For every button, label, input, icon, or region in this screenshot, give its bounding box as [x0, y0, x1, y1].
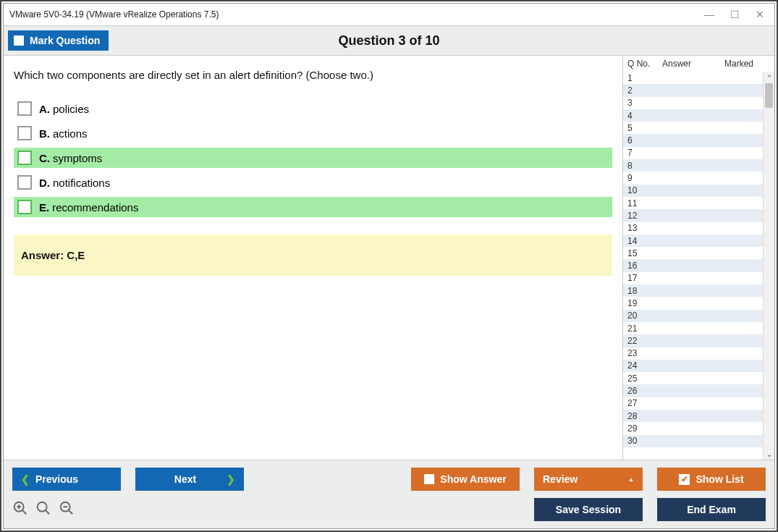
list-item[interactable]: 7 — [623, 147, 763, 159]
list-item[interactable]: 12 — [623, 209, 763, 221]
list-item[interactable]: 17 — [623, 272, 763, 284]
list-item[interactable]: 10 — [623, 185, 763, 197]
list-item[interactable]: 8 — [623, 159, 763, 172]
dropdown-triangle-icon: ▲ — [628, 476, 634, 483]
list-item[interactable]: 2 — [623, 84, 763, 96]
list-item-number: 21 — [627, 324, 662, 334]
save-session-button[interactable]: Save Session — [534, 498, 643, 521]
show-answer-checkbox-icon — [424, 474, 434, 484]
top-toolbar: Mark Question Question 3 of 10 — [4, 25, 774, 56]
list-item-number: 9 — [627, 173, 662, 183]
list-item-number: 8 — [627, 161, 662, 171]
body: Which two components are directly set in… — [4, 56, 774, 460]
option-row[interactable]: C.symptoms — [14, 148, 612, 168]
list-item[interactable]: 25 — [623, 372, 763, 384]
list-item[interactable]: 19 — [623, 297, 763, 309]
question-list[interactable]: 1234567891011121314151617181920212223242… — [623, 72, 763, 460]
option-letter: E. — [39, 201, 49, 214]
list-item-number: 13 — [627, 223, 662, 233]
zoom-reset-icon[interactable] — [35, 500, 51, 519]
maximize-icon[interactable]: ☐ — [730, 9, 740, 20]
option-letter: D. — [39, 177, 50, 189]
show-list-button[interactable]: ✔ Show List — [657, 468, 766, 491]
list-item[interactable]: 15 — [623, 247, 763, 259]
list-item-number: 16 — [627, 261, 662, 271]
list-item-number: 2 — [627, 85, 662, 96]
list-item[interactable]: 16 — [623, 259, 763, 271]
list-item-number: 6 — [627, 135, 662, 145]
option-label: B.actions — [39, 127, 88, 140]
list-item[interactable]: 3 — [623, 97, 763, 109]
header-qno: Q No. — [627, 59, 662, 69]
question-text: Which two components are directly set in… — [14, 69, 612, 81]
options-list: A.policiesB.actionsC.symptomsD.notificat… — [14, 98, 612, 217]
list-item[interactable]: 6 — [623, 134, 763, 146]
list-item[interactable]: 14 — [623, 235, 763, 247]
review-label: Review — [543, 473, 578, 485]
minimize-icon[interactable]: — — [704, 9, 714, 20]
option-text: recommendations — [52, 201, 138, 214]
option-row[interactable]: E.recommendations — [14, 197, 612, 217]
answer-value: C,E — [67, 249, 85, 261]
list-item[interactable]: 21 — [623, 322, 763, 334]
option-letter: C. — [39, 152, 50, 164]
question-list-header: Q No. Answer Marked — [623, 56, 774, 72]
option-checkbox[interactable] — [17, 126, 32, 140]
scroll-down-icon[interactable]: ⌄ — [764, 448, 774, 460]
list-item[interactable]: 23 — [623, 347, 763, 360]
list-item[interactable]: 26 — [623, 384, 763, 397]
list-item-number: 22 — [627, 336, 662, 346]
end-exam-label: End Exam — [687, 504, 736, 515]
list-item[interactable]: 1 — [623, 72, 763, 84]
option-row[interactable]: A.policies — [14, 98, 612, 119]
scrollbar[interactable]: ⌃ ⌄ — [763, 72, 774, 460]
zoom-out-icon[interactable] — [59, 500, 75, 519]
list-item-number: 1 — [627, 73, 662, 83]
zoom-in-icon[interactable] — [12, 500, 28, 519]
next-label: Next — [174, 473, 196, 485]
scroll-up-icon[interactable]: ⌃ — [764, 72, 774, 83]
list-item-number: 29 — [627, 423, 662, 434]
list-item-number: 26 — [627, 386, 662, 396]
list-item[interactable]: 20 — [623, 310, 763, 322]
option-row[interactable]: B.actions — [14, 123, 612, 143]
list-item-number: 4 — [627, 111, 662, 121]
option-row[interactable]: D.notifications — [14, 172, 612, 193]
list-item[interactable]: 27 — [623, 397, 763, 410]
show-answer-button[interactable]: Show Answer — [411, 468, 520, 491]
option-label: E.recommendations — [39, 201, 138, 214]
list-item[interactable]: 13 — [623, 222, 763, 235]
zoom-controls — [12, 500, 75, 519]
option-checkbox[interactable] — [17, 200, 32, 214]
list-item[interactable]: 29 — [623, 422, 763, 434]
scroll-thumb[interactable] — [765, 83, 773, 108]
list-item[interactable]: 28 — [623, 410, 763, 422]
list-item-number: 11 — [627, 198, 662, 208]
list-item[interactable]: 30 — [623, 435, 763, 447]
bottom-toolbar: ❮ Previous Next ❯ Show Answer Review ▲ — [4, 460, 774, 528]
list-item[interactable]: 4 — [623, 109, 763, 122]
next-button[interactable]: Next ❯ — [135, 468, 244, 491]
list-item[interactable]: 24 — [623, 360, 763, 372]
header-marked: Marked — [724, 59, 771, 69]
list-item-number: 28 — [627, 411, 662, 421]
list-item[interactable]: 18 — [623, 284, 763, 297]
end-exam-button[interactable]: End Exam — [657, 498, 766, 521]
option-text: notifications — [53, 177, 110, 189]
list-item[interactable]: 22 — [623, 334, 763, 347]
previous-button[interactable]: ❮ Previous — [12, 468, 121, 491]
option-checkbox[interactable] — [17, 175, 32, 190]
header-answer: Answer — [662, 59, 724, 69]
review-button[interactable]: Review ▲ — [534, 468, 643, 491]
list-item[interactable]: 11 — [623, 197, 763, 209]
list-item[interactable]: 5 — [623, 122, 763, 134]
question-counter: Question 3 of 10 — [4, 33, 774, 48]
svg-point-4 — [38, 502, 47, 512]
question-list-panel: Q No. Answer Marked 12345678910111213141… — [622, 56, 774, 460]
option-checkbox[interactable] — [17, 151, 32, 165]
list-item[interactable]: 9 — [623, 172, 763, 184]
close-icon[interactable]: ✕ — [756, 9, 764, 20]
answer-box: Answer: C,E — [14, 235, 612, 276]
option-checkbox[interactable] — [17, 101, 32, 116]
list-item-number: 27 — [627, 398, 662, 408]
